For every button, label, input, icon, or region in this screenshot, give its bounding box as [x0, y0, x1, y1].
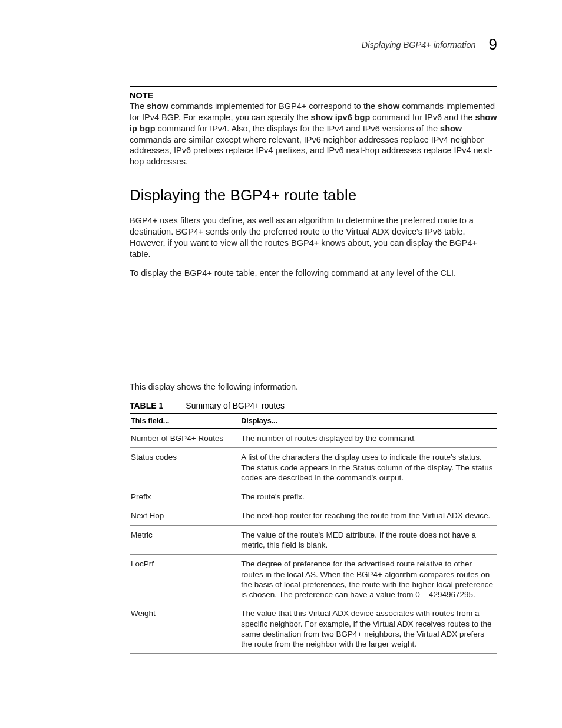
cell-field: Weight — [130, 604, 240, 654]
th-displays: Displays... — [240, 413, 497, 429]
note-rule — [130, 86, 497, 87]
table-bgp4-routes: This field... Displays... Number of BGP4… — [130, 413, 497, 654]
cli-output-placeholder — [130, 287, 497, 381]
table-caption-text: Summary of BGP4+ routes — [186, 401, 285, 410]
cell-displays: The value of the route's MED attribute. … — [240, 525, 497, 555]
note-text: The show commands implemented for BGP4+ … — [130, 101, 497, 167]
th-field: This field... — [130, 413, 240, 429]
cell-field: LocPrf — [130, 555, 240, 604]
running-title: Displaying BGP4+ information — [362, 40, 476, 50]
cell-field: Metric — [130, 525, 240, 555]
cell-field: Number of BGP4+ Routes — [130, 429, 240, 448]
table-row: Metric The value of the route's MED attr… — [130, 525, 497, 555]
cell-displays: The value that this Virtual ADX device a… — [240, 604, 497, 654]
table-header-row: This field... Displays... — [130, 413, 497, 429]
cell-displays: The number of routes displayed by the co… — [240, 429, 497, 448]
table-row: LocPrf The degree of preference for the … — [130, 555, 497, 604]
section-para-1: BGP4+ uses filters you define, as well a… — [130, 215, 497, 259]
bold: show — [147, 101, 168, 111]
section-para-3: This display shows the following informa… — [130, 381, 497, 393]
table-label: TABLE 1 — [130, 401, 163, 410]
cell-displays: A list of the characters the display use… — [240, 448, 497, 487]
chapter-number: 9 — [489, 35, 497, 54]
running-header: Displaying BGP4+ information 9 — [130, 35, 497, 54]
table-row: Prefix The route's prefix. — [130, 487, 497, 506]
section-heading: Displaying the BGP4+ route table — [130, 186, 497, 205]
bold: show — [378, 101, 399, 111]
t: The — [130, 101, 147, 111]
note-label: NOTE — [130, 91, 497, 100]
table-row: Next Hop The next-hop router for reachin… — [130, 506, 497, 525]
cell-field: Next Hop — [130, 506, 240, 525]
section-para-2: To display the BGP4+ route table, enter … — [130, 268, 497, 279]
table-caption: TABLE 1Summary of BGP4+ routes — [130, 401, 497, 410]
table-row: Number of BGP4+ Routes The number of rou… — [130, 429, 497, 448]
t: commands implemented for BGP4+ correspon… — [168, 101, 378, 111]
bold: show ipv6 bgp — [311, 113, 371, 122]
page: Displaying BGP4+ information 9 NOTE The … — [0, 0, 562, 728]
t: command for IPv4. Also, the displays for… — [156, 124, 441, 133]
bold: show — [440, 124, 462, 133]
cell-displays: The next-hop router for reaching the rou… — [240, 506, 497, 525]
t: commands are similar except where releva… — [130, 135, 492, 167]
table-row: Status codes A list of the characters th… — [130, 448, 497, 487]
table-row: Weight The value that this Virtual ADX d… — [130, 604, 497, 654]
cell-field: Status codes — [130, 448, 240, 487]
cell-displays: The route's prefix. — [240, 487, 497, 506]
t: command for IPv6 and the — [370, 113, 475, 122]
cell-field: Prefix — [130, 487, 240, 506]
cell-displays: The degree of preference for the adverti… — [240, 555, 497, 604]
